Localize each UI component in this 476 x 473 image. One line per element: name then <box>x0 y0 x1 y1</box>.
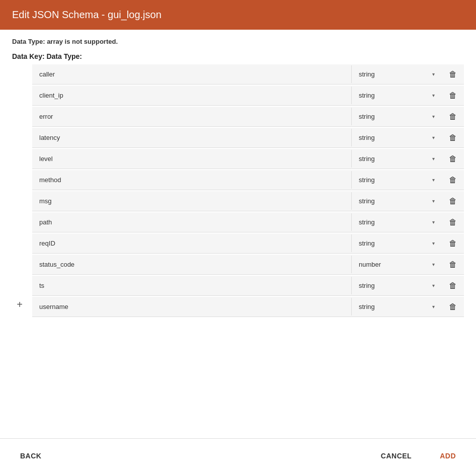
row-type-dropdown[interactable]: string▾ <box>351 87 442 104</box>
delete-row-button[interactable]: 🗑 <box>442 192 464 211</box>
delete-row-button[interactable]: 🗑 <box>442 86 464 105</box>
row-key: path <box>32 212 351 232</box>
footer: BACK CANCEL ADD <box>0 438 476 473</box>
row-type-value: string <box>359 155 375 163</box>
cancel-button[interactable]: CANCEL <box>373 447 420 465</box>
trash-icon: 🗑 <box>449 281 457 290</box>
chevron-down-icon: ▾ <box>432 262 435 267</box>
row-key: error <box>32 107 351 126</box>
row-key: caller <box>32 64 351 84</box>
row-key: status_code <box>32 255 351 274</box>
row-type-value: string <box>359 113 375 120</box>
row-type-value: string <box>359 176 375 184</box>
row-type-dropdown[interactable]: string▾ <box>351 129 442 146</box>
row-type-dropdown[interactable]: string▾ <box>351 150 442 168</box>
trash-icon: 🗑 <box>449 260 457 269</box>
row-key: msg <box>32 191 351 211</box>
row-key: method <box>32 170 351 190</box>
schema-rows-container: callerstring▾🗑client_ipstring▾🗑errorstri… <box>12 64 464 318</box>
chevron-down-icon: ▾ <box>432 135 435 140</box>
section-label: Data Key: Data Type: <box>12 52 464 60</box>
row-type-value: string <box>359 303 375 310</box>
table-row: +usernamestring▾🗑 <box>12 297 464 318</box>
back-button[interactable]: BACK <box>12 447 49 465</box>
delete-row-button[interactable]: 🗑 <box>442 213 464 232</box>
table-row: pathstring▾🗑 <box>12 212 464 233</box>
row-key: level <box>32 149 351 169</box>
row-type-dropdown[interactable]: number▾ <box>351 256 442 273</box>
delete-row-button[interactable]: 🗑 <box>442 128 464 147</box>
row-type-dropdown[interactable]: string▾ <box>351 213 442 231</box>
row-type-value: string <box>359 240 375 247</box>
chevron-down-icon: ▾ <box>432 71 435 77</box>
chevron-down-icon: ▾ <box>432 304 435 309</box>
row-type-dropdown[interactable]: string▾ <box>351 65 442 83</box>
table-row: latencystring▾🗑 <box>12 128 464 149</box>
chevron-down-icon: ▾ <box>432 177 435 183</box>
chevron-down-icon: ▾ <box>432 241 435 246</box>
row-type-dropdown[interactable]: string▾ <box>351 298 442 316</box>
row-type-value: number <box>359 261 381 268</box>
row-type-value: string <box>359 70 375 78</box>
chevron-down-icon: ▾ <box>432 114 435 119</box>
header: Edit JSON Schema - gui_log.json <box>0 0 476 30</box>
chevron-down-icon: ▾ <box>432 219 435 225</box>
trash-icon: 🗑 <box>449 218 457 227</box>
add-row-button[interactable]: + <box>12 297 27 312</box>
table-row: reqIDstring▾🗑 <box>12 233 464 255</box>
table-row: tsstring▾🗑 <box>12 276 464 297</box>
trash-icon: 🗑 <box>449 239 457 248</box>
trash-icon: 🗑 <box>449 154 457 164</box>
delete-row-button[interactable]: 🗑 <box>442 107 464 126</box>
delete-row-button[interactable]: 🗑 <box>442 149 464 169</box>
table-row: status_codenumber▾🗑 <box>12 255 464 276</box>
table-row: levelstring▾🗑 <box>12 149 464 170</box>
delete-row-button[interactable]: 🗑 <box>442 255 464 274</box>
row-key: username <box>32 297 351 317</box>
trash-icon: 🗑 <box>449 302 457 311</box>
trash-icon: 🗑 <box>449 197 457 206</box>
warning-message: Data Type: array is not supported. <box>12 38 464 45</box>
row-type-value: string <box>359 92 375 99</box>
add-button[interactable]: ADD <box>432 447 464 465</box>
row-key: reqID <box>32 233 351 253</box>
table-row: callerstring▾🗑 <box>12 64 464 86</box>
row-type-value: string <box>359 282 375 289</box>
chevron-down-icon: ▾ <box>432 93 435 98</box>
trash-icon: 🗑 <box>449 176 457 185</box>
row-type-dropdown[interactable]: string▾ <box>351 171 442 189</box>
trash-icon: 🗑 <box>449 91 457 100</box>
delete-row-button[interactable]: 🗑 <box>442 276 464 295</box>
table-row: client_ipstring▾🗑 <box>12 86 464 107</box>
row-key: latency <box>32 128 351 147</box>
table-row: msgstring▾🗑 <box>12 191 464 212</box>
table-row: methodstring▾🗑 <box>12 170 464 191</box>
trash-icon: 🗑 <box>449 70 457 79</box>
chevron-down-icon: ▾ <box>432 156 435 162</box>
trash-icon: 🗑 <box>449 112 457 121</box>
row-type-dropdown[interactable]: string▾ <box>351 192 442 210</box>
delete-row-button[interactable]: 🗑 <box>442 65 464 84</box>
delete-row-button[interactable]: 🗑 <box>442 171 464 190</box>
row-type-dropdown[interactable]: string▾ <box>351 234 442 252</box>
chevron-down-icon: ▾ <box>432 198 435 204</box>
chevron-down-icon: ▾ <box>432 283 435 288</box>
row-type-dropdown[interactable]: string▾ <box>351 277 442 294</box>
header-title: Edit JSON Schema - gui_log.json <box>12 9 162 20</box>
row-type-dropdown[interactable]: string▾ <box>351 108 442 125</box>
row-type-value: string <box>359 134 375 141</box>
row-key: client_ip <box>32 86 351 105</box>
delete-row-button[interactable]: 🗑 <box>442 234 464 253</box>
row-key: ts <box>32 276 351 295</box>
row-type-value: string <box>359 218 375 226</box>
row-type-value: string <box>359 197 375 205</box>
trash-icon: 🗑 <box>449 133 457 142</box>
table-row: errorstring▾🗑 <box>12 107 464 128</box>
delete-row-button[interactable]: 🗑 <box>442 297 464 317</box>
